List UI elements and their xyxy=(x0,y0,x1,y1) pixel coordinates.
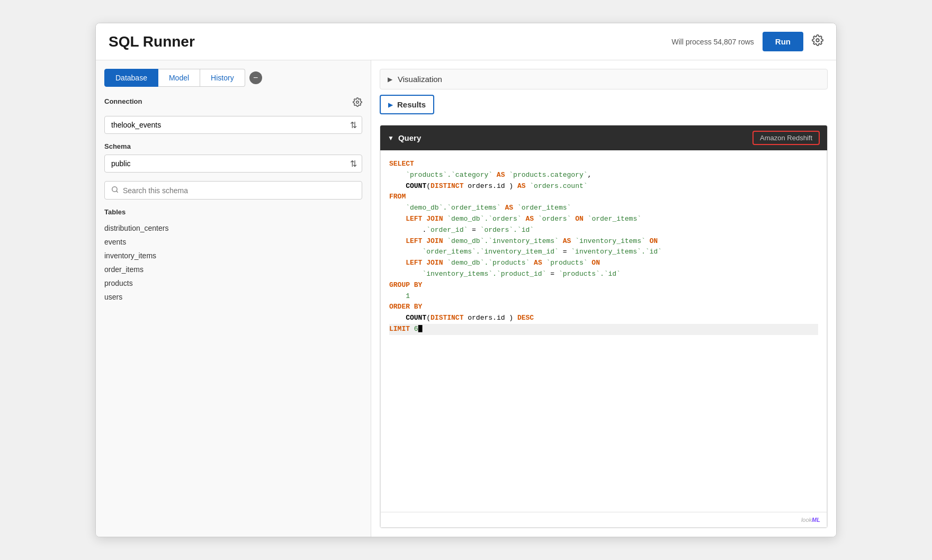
results-label: Results xyxy=(397,100,426,109)
settings-button[interactable] xyxy=(812,34,823,49)
schema-select-wrapper: public ⇅ xyxy=(104,155,362,173)
visualization-arrow-icon: ▶ xyxy=(388,76,392,83)
connection-select-wrapper: thelook_events ⇅ xyxy=(104,116,362,134)
table-item-order-items[interactable]: order_items xyxy=(104,263,362,276)
query-arrow-icon: ▼ xyxy=(388,134,394,142)
connection-label: Connection xyxy=(104,97,142,105)
tab-history[interactable]: History xyxy=(200,69,245,87)
table-item-inventory-items[interactable]: inventory_items xyxy=(104,249,362,263)
visualization-bar[interactable]: ▶ Visualization xyxy=(380,69,828,89)
svg-point-0 xyxy=(816,39,819,42)
page-title: SQL Runner xyxy=(109,33,195,50)
rows-info: Will process 54,807 rows xyxy=(671,38,754,46)
tabs-row: Database Model History − xyxy=(104,69,362,87)
table-item-users[interactable]: users xyxy=(104,290,362,304)
tables-label: Tables xyxy=(104,208,362,216)
query-section: ▼ Query Amazon Redshift SELECT `products… xyxy=(380,125,828,528)
results-bar[interactable]: ▶ Results xyxy=(380,95,434,114)
schema-select[interactable]: public xyxy=(104,155,362,173)
header: SQL Runner Will process 54,807 rows Run xyxy=(96,23,836,60)
looker-logo: lookML xyxy=(801,517,820,523)
svg-line-3 xyxy=(116,191,118,193)
query-header-left: ▼ Query xyxy=(388,133,421,142)
table-item-products[interactable]: products xyxy=(104,276,362,290)
schema-search-box xyxy=(104,181,362,200)
search-icon xyxy=(111,186,119,195)
table-list: distribution_centers events inventory_it… xyxy=(104,221,362,304)
app-window: SQL Runner Will process 54,807 rows Run … xyxy=(95,23,837,537)
schema-label: Schema xyxy=(104,142,362,150)
run-button[interactable]: Run xyxy=(763,32,803,51)
visualization-label: Visualization xyxy=(398,75,442,84)
svg-point-1 xyxy=(356,101,359,104)
search-input[interactable] xyxy=(123,186,355,195)
left-panel: Database Model History − Connection thel… xyxy=(96,60,371,537)
header-right: Will process 54,807 rows Run xyxy=(671,32,823,51)
connection-section: Connection xyxy=(104,97,362,110)
results-arrow-icon: ▶ xyxy=(388,101,393,109)
table-item-events[interactable]: events xyxy=(104,235,362,249)
sql-code-area[interactable]: SELECT `products`.`category` AS `product… xyxy=(380,150,827,512)
looker-watermark: lookML xyxy=(380,512,827,528)
connection-gear-icon[interactable] xyxy=(353,97,362,110)
main-layout: Database Model History − Connection thel… xyxy=(96,60,836,537)
tab-model[interactable]: Model xyxy=(158,69,200,87)
table-item-distribution-centers[interactable]: distribution_centers xyxy=(104,221,362,235)
right-panel: ▶ Visualization ▶ Results ▼ Query Amazon… xyxy=(371,60,836,537)
connection-badge: Amazon Redshift xyxy=(752,131,820,145)
connection-select[interactable]: thelook_events xyxy=(104,116,362,134)
collapse-button[interactable]: − xyxy=(249,71,262,84)
tab-database[interactable]: Database xyxy=(104,69,158,87)
query-label: Query xyxy=(398,133,421,142)
query-header: ▼ Query Amazon Redshift xyxy=(380,125,827,150)
